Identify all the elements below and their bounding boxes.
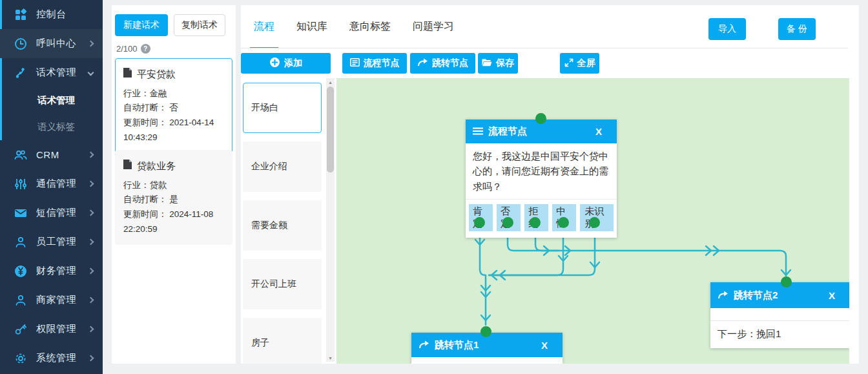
jump-node-2-card[interactable]: 跳转节点2 X 下一步：挽回1: [710, 282, 849, 348]
scroll-down-icon[interactable]: ▼: [326, 354, 335, 362]
port-jump-node-2-top[interactable]: [781, 276, 792, 287]
tab-intent-tags[interactable]: 意向标签: [349, 5, 391, 48]
sidebar-item-employee-mgmt[interactable]: 员工管理: [0, 227, 103, 256]
key-icon: [14, 322, 28, 337]
sidebar-item-comm-mgmt[interactable]: 通信管理: [0, 169, 103, 198]
script-card-title: 平安贷款: [137, 66, 176, 83]
flow-node-button-label: 流程节点: [364, 57, 400, 69]
backup-button[interactable]: 备 份: [778, 18, 816, 40]
chevron-right-icon: [88, 152, 94, 158]
sidebar-item-call-center[interactable]: 呼叫中心: [0, 29, 103, 58]
folder-icon: [482, 58, 492, 68]
jump-arrow-icon: [418, 340, 429, 351]
script-card-updated: 更新时间： 2024-11-08 22:20:59: [123, 207, 224, 237]
port-tag-neutral[interactable]: [558, 217, 569, 228]
fullscreen-button[interactable]: 全屏: [560, 53, 599, 74]
port-jump-node-1-top[interactable]: [480, 326, 491, 337]
tab-question-learning[interactable]: 问题学习: [413, 5, 454, 48]
sidebar-item-finance-mgmt[interactable]: 财务管理: [0, 256, 103, 286]
tab-divider: [241, 48, 848, 48]
users-icon: [14, 148, 28, 162]
scroll-up-icon[interactable]: ▲: [326, 78, 335, 86]
plus-circle-icon: [269, 57, 280, 70]
sidebar-item-label: 通信管理: [36, 178, 76, 190]
tab-knowledge-base[interactable]: 知识库: [296, 5, 327, 48]
tab-flow[interactable]: 流程: [254, 5, 274, 48]
script-card-industry: 行业：金融: [123, 87, 224, 101]
document-icon: [123, 66, 132, 83]
port-tag-positive[interactable]: [474, 217, 485, 228]
script-card-updated: 更新时间： 2021-04-14 10:43:29: [123, 116, 224, 145]
sidebar-item-label: 呼叫中心: [36, 37, 76, 50]
chevron-right-icon: [88, 239, 94, 245]
list-node-icon: [350, 58, 360, 68]
sidebar-item-label: CRM: [36, 149, 59, 160]
script-card-interrupt: 自动打断： 是: [123, 192, 224, 207]
hamburger-icon: [473, 126, 483, 137]
sidebar-item-merchant-mgmt[interactable]: 商家管理: [0, 286, 103, 315]
sidebar-subitem-semantic-tags[interactable]: 语义标签: [0, 114, 103, 140]
yen-circle-icon: [14, 264, 28, 278]
dashboard-grid-icon: [14, 8, 28, 22]
sidebar-item-label: 员工管理: [36, 236, 76, 248]
script-card-industry: 行业：贷款: [123, 178, 224, 193]
sliders-icon: [14, 177, 28, 191]
add-button[interactable]: 添加: [241, 53, 331, 74]
sidebar-item-label: 控制台: [36, 8, 67, 21]
chevron-right-icon: [88, 297, 94, 304]
script-card-selected[interactable]: 平安贷款 行业：金融 自动打断： 否 更新时间： 2021-04-14 10:4…: [115, 58, 232, 153]
close-icon[interactable]: X: [595, 126, 610, 137]
flow-node-title: 流程节点: [488, 125, 527, 138]
port-tag-refuse[interactable]: [530, 217, 541, 228]
sidebar-item-script-mgmt[interactable]: 话术管理: [0, 58, 103, 87]
page-margin: [859, 0, 868, 374]
flow-node-button[interactable]: 流程节点: [342, 53, 407, 74]
new-script-button[interactable]: 新建话术: [115, 14, 168, 36]
flow-node-text[interactable]: 您好，我这边是中国平安个贷中心的，请问您近期有资金上的需求吗？: [466, 143, 617, 199]
sidebar-item-sms-mgmt[interactable]: 短信管理: [0, 198, 103, 227]
fullscreen-button-label: 全屏: [577, 57, 595, 69]
jump-node-button-label: 跳转节点: [432, 57, 468, 69]
port-flow-node-top[interactable]: [535, 113, 546, 124]
sidebar-item-permission-mgmt[interactable]: 权限管理: [0, 315, 103, 344]
sidebar-item-crm[interactable]: CRM: [0, 140, 103, 169]
close-icon[interactable]: X: [541, 340, 555, 351]
chevron-right-icon: [88, 41, 94, 47]
node-list-item[interactable]: 房子: [243, 318, 322, 364]
node-list-item[interactable]: 企业介绍: [243, 141, 322, 192]
node-list-item-opening[interactable]: 开场白: [243, 83, 322, 133]
script-card[interactable]: 贷款业务 行业：贷款 自动打断： 是 更新时间： 2024-11-08 22:2…: [115, 150, 232, 245]
chevron-right-icon: [88, 326, 94, 333]
copy-script-button[interactable]: 复制话术: [174, 14, 225, 36]
jump-node-button[interactable]: 跳转节点: [410, 53, 475, 74]
add-button-label: 添加: [284, 57, 302, 69]
jump-node-2-next-step[interactable]: 下一步：挽回1: [710, 321, 849, 348]
sidebar-item-system-mgmt[interactable]: 系统管理: [0, 344, 103, 373]
close-icon[interactable]: X: [829, 290, 843, 301]
node-list-item[interactable]: 需要金额: [243, 200, 322, 251]
flow-canvas[interactable]: 流程节点 X 您好，我这边是中国平安个贷中心的，请问您近期有资金上的需求吗？ 肯…: [336, 78, 849, 364]
jump-node-1-card[interactable]: 跳转节点1 X: [411, 333, 563, 364]
jump-node-2-empty-row: [710, 308, 849, 321]
save-button[interactable]: 保存: [478, 53, 518, 74]
sidebar-group-scripts: 话术管理 话术管理 语义标签: [0, 58, 103, 140]
script-card-title: 贷款业务: [137, 158, 176, 174]
script-counter: 2/100: [116, 44, 138, 54]
sidebar-item-console[interactable]: 控制台: [0, 0, 103, 29]
user-icon: [14, 235, 28, 249]
node-list-item[interactable]: 开公司上班: [243, 259, 322, 309]
sidebar: 控制台 呼叫中心 话术管理 话术管理 语义标签 CRM 通信管理: [0, 0, 103, 374]
sidebar-item-label: 话术管理: [36, 67, 76, 79]
jump-node-2-header[interactable]: 跳转节点2 X: [710, 282, 849, 308]
import-button[interactable]: 导入: [708, 18, 746, 40]
scrollbar-thumb[interactable]: [327, 87, 334, 172]
fullscreen-icon: [564, 58, 574, 69]
sidebar-item-label: 权限管理: [36, 323, 76, 335]
chevron-right-icon: [88, 268, 94, 275]
help-icon[interactable]: ?: [141, 44, 150, 54]
chevron-right-icon: [88, 355, 94, 362]
port-tag-unrecognized[interactable]: [589, 217, 600, 228]
node-list-scrollbar[interactable]: ▲ ▼: [326, 78, 335, 362]
sidebar-subitem-script-mgmt[interactable]: 话术管理: [0, 87, 103, 114]
port-tag-negative[interactable]: [502, 217, 513, 228]
